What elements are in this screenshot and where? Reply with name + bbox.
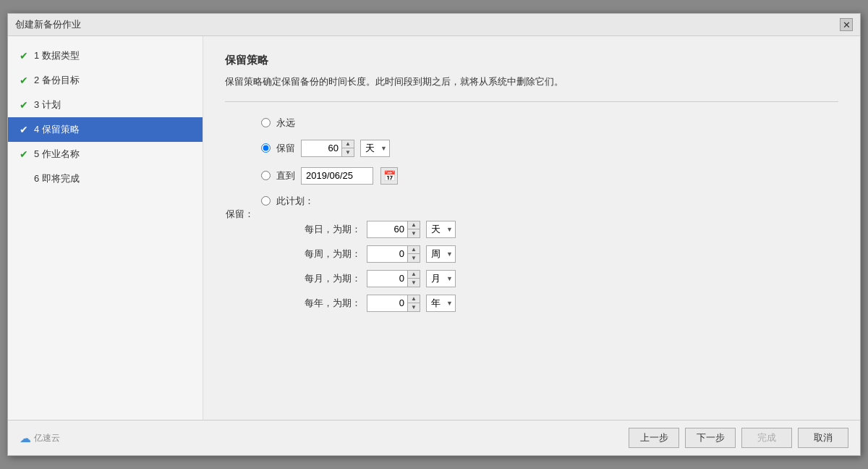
keep-unit-dropdown-wrap: 天 周 月 年	[360, 140, 390, 157]
daily-spinbox: ▲ ▼	[367, 221, 420, 238]
weekly-down-button[interactable]: ▼	[408, 254, 420, 262]
monthly-spinbox-btns: ▲ ▼	[407, 271, 420, 287]
calendar-button[interactable]: 📅	[380, 167, 398, 185]
watermark-text: 亿速云	[34, 432, 60, 444]
yearly-value-input[interactable]	[367, 295, 407, 311]
main-content: 保留策略 保留策略确定保留备份的时间长度。此时间段到期之后，就将从系统中删除它们…	[203, 36, 860, 420]
daily-up-button[interactable]: ▲	[408, 221, 420, 229]
yearly-down-button[interactable]: ▼	[408, 303, 420, 311]
next-button[interactable]: 下一步	[685, 428, 736, 448]
close-button[interactable]: ✕	[840, 18, 853, 31]
watermark-icon: ☁	[20, 431, 31, 445]
check-icon-4: ✔	[18, 124, 30, 135]
radio-row-keep: 保留 ▲ ▼ 天 周	[261, 140, 461, 157]
dialog-title: 创建新备份作业	[15, 18, 81, 31]
cancel-button[interactable]: 取消	[798, 428, 848, 448]
sidebar-item-6[interactable]: 6 即将完成	[8, 166, 203, 191]
daily-value-input[interactable]	[367, 221, 407, 237]
radio-row-forever: 永远	[261, 117, 461, 130]
monthly-up-button[interactable]: ▲	[408, 271, 420, 279]
keep-down-button[interactable]: ▼	[342, 148, 354, 156]
prev-button[interactable]: 上一步	[629, 428, 679, 448]
yearly-label: 每年，为期：	[305, 297, 361, 310]
monthly-spinbox: ▲ ▼	[367, 270, 420, 287]
daily-unit-wrap: 天	[426, 221, 456, 238]
main-dialog: 创建新备份作业 ✕ ✔ 1 数据类型 ✔ 2 备份目标 ✔ 3 计划 ✔ 4 保…	[7, 13, 861, 456]
weekly-value-input[interactable]	[367, 246, 407, 262]
weekly-spinbox-btns: ▲ ▼	[407, 246, 420, 262]
daily-unit-select[interactable]: 天	[426, 221, 456, 238]
yearly-unit-select[interactable]: 年	[426, 295, 456, 312]
yearly-spinbox-btns: ▲ ▼	[407, 295, 420, 311]
sidebar-item-5[interactable]: ✔ 5 作业名称	[8, 142, 203, 166]
monthly-label: 每月，为期：	[305, 272, 361, 285]
weekly-spinbox: ▲ ▼	[367, 245, 420, 263]
dialog-footer: ☁ 亿速云 上一步 下一步 完成 取消	[8, 420, 860, 455]
weekly-unit-select[interactable]: 周	[426, 245, 456, 263]
radio-plan[interactable]	[261, 196, 271, 206]
radio-row-plan: 此计划：	[261, 195, 461, 208]
sidebar-item-4[interactable]: ✔ 4 保留策略	[8, 117, 203, 142]
date-input[interactable]	[301, 167, 373, 185]
sidebar-item-label-4: 4 保留策略	[34, 123, 80, 136]
title-bar: 创建新备份作业 ✕	[8, 14, 860, 36]
yearly-unit-wrap: 年	[426, 295, 456, 312]
yearly-spinbox: ▲ ▼	[367, 295, 420, 312]
radio-until[interactable]	[261, 171, 271, 180]
radio-forever-label: 永远	[276, 117, 295, 130]
sidebar-item-label-2: 2 备份目标	[34, 74, 80, 87]
retention-label: 保留：	[225, 208, 254, 221]
keep-spinbox: ▲ ▼	[301, 140, 354, 157]
keep-value-input[interactable]	[302, 140, 341, 156]
sidebar-item-label-3: 3 计划	[34, 98, 61, 111]
daily-down-button[interactable]: ▼	[408, 229, 420, 237]
section-desc: 保留策略确定保留备份的时间长度。此时间段到期之后，就将从系统中删除它们。	[225, 75, 838, 90]
sub-plan-grid: 每日，为期： ▲ ▼ 天	[305, 221, 461, 312]
monthly-unit-wrap: 月	[426, 270, 456, 287]
keep-spinbox-btns: ▲ ▼	[341, 140, 354, 156]
sidebar-item-1[interactable]: ✔ 1 数据类型	[8, 43, 203, 68]
radio-keep-label: 保留	[276, 142, 295, 155]
daily-label: 每日，为期：	[305, 223, 361, 236]
close-icon: ✕	[843, 20, 851, 30]
radio-forever[interactable]	[261, 118, 271, 127]
radio-group: 永远 保留 ▲ ▼	[261, 117, 461, 312]
yearly-up-button[interactable]: ▲	[408, 295, 420, 303]
check-icon-2: ✔	[18, 75, 30, 86]
check-icon-1: ✔	[18, 50, 30, 62]
weekly-up-button[interactable]: ▲	[408, 246, 420, 254]
daily-spinbox-btns: ▲ ▼	[407, 221, 420, 237]
sidebar-item-2[interactable]: ✔ 2 备份目标	[8, 68, 203, 93]
finish-button[interactable]: 完成	[741, 428, 792, 448]
monthly-down-button[interactable]: ▼	[408, 279, 420, 287]
dialog-body: ✔ 1 数据类型 ✔ 2 备份目标 ✔ 3 计划 ✔ 4 保留策略 ✔ 5 作业…	[8, 36, 860, 420]
section-title: 保留策略	[225, 54, 838, 67]
check-icon-5: ✔	[18, 148, 30, 160]
weekly-unit-wrap: 周	[426, 245, 456, 263]
sidebar-item-label-1: 1 数据类型	[34, 49, 80, 62]
radio-until-label: 直到	[276, 169, 295, 182]
radio-keep[interactable]	[261, 143, 271, 153]
sidebar: ✔ 1 数据类型 ✔ 2 备份目标 ✔ 3 计划 ✔ 4 保留策略 ✔ 5 作业…	[8, 36, 203, 420]
sidebar-item-label-6: 6 即将完成	[34, 172, 80, 185]
weekly-label: 每周，为期：	[305, 248, 361, 261]
sidebar-item-label-5: 5 作业名称	[34, 148, 80, 161]
keep-up-button[interactable]: ▲	[342, 140, 354, 148]
check-icon-3: ✔	[18, 99, 30, 111]
keep-unit-select[interactable]: 天 周 月 年	[360, 140, 390, 157]
sidebar-item-3[interactable]: ✔ 3 计划	[8, 93, 203, 117]
retention-row: 保留： 永远 保留	[225, 117, 838, 312]
radio-plan-label: 此计划：	[276, 195, 314, 208]
monthly-unit-select[interactable]: 月	[426, 270, 456, 287]
retention-section: 保留： 永远 保留	[225, 117, 838, 312]
divider	[225, 101, 838, 102]
radio-row-until: 直到 📅	[261, 167, 461, 185]
monthly-value-input[interactable]	[367, 271, 407, 287]
